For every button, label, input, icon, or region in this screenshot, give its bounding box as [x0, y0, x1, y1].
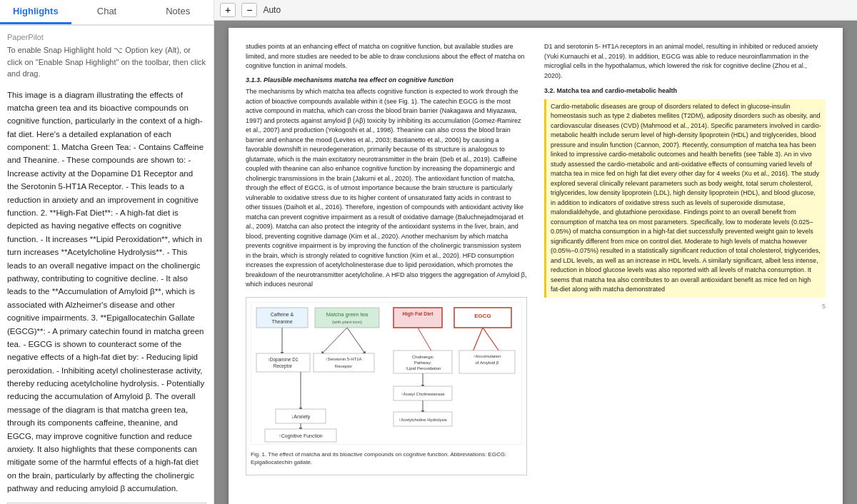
page: studies points at an enhancing effect of… — [229, 28, 843, 504]
tab-bar: Highlights Chat Notes — [0, 0, 214, 26]
tab-highlights[interactable]: Highlights — [0, 0, 71, 24]
svg-text:↑Serotonin 5-HT1A: ↑Serotonin 5-HT1A — [325, 357, 361, 361]
left-panel: Highlights Chat Notes PaperPilot To enab… — [0, 0, 214, 504]
zoom-out-button[interactable]: − — [241, 3, 257, 17]
svg-rect-39 — [256, 308, 308, 328]
svg-text:EGCG: EGCG — [474, 313, 491, 319]
zoom-in-button[interactable]: + — [220, 3, 236, 17]
tab-chat[interactable]: Chat — [71, 0, 143, 24]
svg-text:↑Accumulation: ↑Accumulation — [473, 354, 501, 358]
source-label: PaperPilot — [7, 33, 206, 41]
svg-text:Cholinergic: Cholinergic — [412, 355, 433, 359]
fig-1-caption: Fig. 1. The effect of matcha and its bio… — [251, 450, 522, 466]
panel-content: PaperPilot To enable Snap Highlight hold… — [0, 26, 214, 504]
svg-text:↑Lipid Peroxidation: ↑Lipid Peroxidation — [405, 366, 441, 371]
svg-text:Matcha green tea: Matcha green tea — [326, 311, 369, 318]
toolbar: + − Auto — [214, 0, 857, 21]
highlight-text: This image is a diagram illustrating the… — [7, 89, 206, 495]
right-panel: + − Auto studies points at an enhancing … — [214, 0, 857, 504]
para-right-intro: D1 and serotonin 5- HT1A receptors in an… — [544, 42, 826, 81]
svg-text:Pathway:: Pathway: — [414, 361, 432, 365]
doc-col-left: studies points at an enhancing effect of… — [246, 42, 527, 504]
svg-text:High Fat Diet: High Fat Diet — [402, 311, 433, 317]
para-cardiometabolic-highlighted: Cardio-metabolic diseases are group of d… — [544, 99, 826, 298]
figure-1: Caffeine & Theanine Matcha green tea (wi… — [246, 297, 527, 476]
page-number-right: 5 — [544, 302, 826, 312]
figure-1-svg: Caffeine & Theanine Matcha green tea (wi… — [251, 302, 522, 445]
document-area[interactable]: studies points at an enhancing effect of… — [214, 21, 857, 504]
doc-col-right: D1 and serotonin 5- HT1A receptors in an… — [544, 42, 826, 504]
svg-text:(with plant icon): (with plant icon) — [332, 320, 362, 324]
svg-text:↑Acetylcholine Hydrolysis: ↑Acetylcholine Hydrolysis — [399, 418, 447, 422]
svg-text:↑Dopamine D1: ↑Dopamine D1 — [268, 357, 299, 363]
svg-text:Receptor: Receptor — [335, 364, 352, 368]
svg-text:↓Anxiety: ↓Anxiety — [291, 414, 311, 420]
svg-rect-58 — [314, 353, 374, 372]
svg-text:Caffeine &: Caffeine & — [271, 312, 294, 317]
snap-hint: To enable Snap Highlight hold ⌥ Option k… — [7, 44, 206, 80]
svg-text:↑Cognitive Function: ↑Cognitive Function — [279, 433, 323, 439]
svg-rect-55 — [256, 353, 310, 372]
tab-notes[interactable]: Notes — [142, 0, 214, 24]
para-intro: studies points at an enhancing effect of… — [246, 42, 527, 71]
auto-label: Auto — [263, 5, 281, 15]
svg-text:of Amyloid β: of Amyloid β — [476, 361, 499, 365]
para-mechanisms: The mechanisms by which matcha tea affec… — [246, 87, 527, 290]
svg-text:Theanine: Theanine — [271, 319, 292, 324]
section-32: 3.2. Matcha tea and cardio-metabolic hea… — [544, 86, 826, 96]
svg-text:Receptor: Receptor — [274, 363, 293, 369]
svg-text:↑Acetyl Cholinesterase: ↑Acetyl Cholinesterase — [401, 392, 445, 396]
section-313: 3.1.3. Plausible mechanisms matcha tea e… — [246, 76, 527, 86]
